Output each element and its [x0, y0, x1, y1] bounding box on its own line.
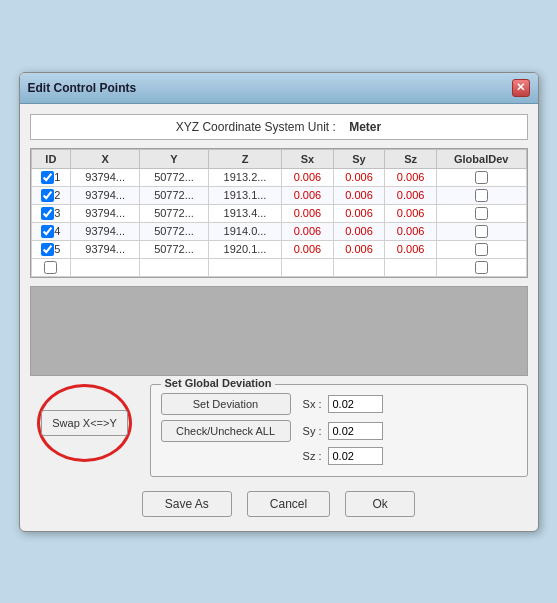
row-5-checkbox[interactable]	[41, 243, 54, 256]
table-cell: 0.006	[333, 168, 385, 186]
swap-button-container: Swap X<=>Y	[30, 384, 140, 462]
coord-value: Meter	[349, 120, 381, 134]
table-cell: 93794...	[71, 204, 140, 222]
main-window: Edit Control Points ✕ XYZ Coordinate Sys…	[19, 72, 539, 532]
table-cell: 0.006	[385, 240, 437, 258]
set-deviation-row: Set Deviation Sx :	[161, 393, 517, 415]
table-cell: 50772...	[140, 186, 209, 204]
row-3-id: 3	[54, 207, 60, 219]
col-header-id: ID	[31, 149, 71, 168]
row-4-checkbox[interactable]	[41, 225, 54, 238]
window-title: Edit Control Points	[28, 81, 137, 95]
table-cell: 93794...	[71, 186, 140, 204]
sz-input[interactable]	[328, 447, 383, 465]
table-cell: 0.006	[333, 204, 385, 222]
table-cell: 50772...	[140, 240, 209, 258]
sx-input[interactable]	[328, 395, 383, 413]
swap-button[interactable]: Swap X<=>Y	[41, 410, 128, 436]
row-empty-x	[71, 258, 140, 276]
content-area: XYZ Coordinate System Unit : Meter ID X …	[20, 104, 538, 531]
table-cell: 1920.1...	[208, 240, 281, 258]
row-5-globaldev-checkbox[interactable]	[475, 243, 488, 256]
table-cell: 0.006	[282, 222, 334, 240]
table-cell: 0.006	[385, 222, 437, 240]
table-cell: 0.006	[282, 240, 334, 258]
col-header-sy: Sy	[333, 149, 385, 168]
table-cell: 0.006	[333, 222, 385, 240]
row-4-globaldev-checkbox[interactable]	[475, 225, 488, 238]
row-empty-checkbox[interactable]	[44, 261, 57, 274]
control-points-table-container: ID X Y Z Sx Sy Sz GlobalDev 193794...507…	[30, 148, 528, 278]
col-header-y: Y	[140, 149, 209, 168]
close-button[interactable]: ✕	[512, 79, 530, 97]
table-cell: 1913.2...	[208, 168, 281, 186]
col-header-x: X	[71, 149, 140, 168]
row-2-globaldev-checkbox[interactable]	[475, 189, 488, 202]
control-points-table: ID X Y Z Sx Sy Sz GlobalDev 193794...507…	[31, 149, 527, 277]
col-header-sz: Sz	[385, 149, 437, 168]
bottom-section: Swap X<=>Y Set Global Deviation Set Devi…	[30, 384, 528, 477]
table-row-empty	[31, 258, 526, 276]
gray-preview-area	[30, 286, 528, 376]
col-header-sx: Sx	[282, 149, 334, 168]
table-cell: 50772...	[140, 204, 209, 222]
table-cell: 0.006	[385, 168, 437, 186]
table-row: 493794...50772...1914.0...0.0060.0060.00…	[31, 222, 526, 240]
row-3-globaldev-checkbox[interactable]	[475, 207, 488, 220]
row-1-globaldev-checkbox[interactable]	[475, 171, 488, 184]
table-cell: 0.006	[333, 240, 385, 258]
sy-input[interactable]	[328, 422, 383, 440]
table-cell: 93794...	[71, 240, 140, 258]
coord-system-bar: XYZ Coordinate System Unit : Meter	[30, 114, 528, 140]
table-cell: 50772...	[140, 168, 209, 186]
row-empty-sy	[333, 258, 385, 276]
row-empty-z	[208, 258, 281, 276]
table-cell: 0.006	[282, 204, 334, 222]
coord-label: XYZ Coordinate System Unit :	[176, 120, 336, 134]
table-cell: 1914.0...	[208, 222, 281, 240]
table-cell: 1913.4...	[208, 204, 281, 222]
row-2-id: 2	[54, 189, 60, 201]
ok-button[interactable]: Ok	[345, 491, 415, 517]
deviation-legend: Set Global Deviation	[161, 377, 276, 389]
table-cell: 0.006	[385, 204, 437, 222]
table-row: 193794...50772...1913.2...0.0060.0060.00…	[31, 168, 526, 186]
row-4-id: 4	[54, 225, 60, 237]
cancel-button[interactable]: Cancel	[247, 491, 330, 517]
row-empty-y	[140, 258, 209, 276]
table-cell: 50772...	[140, 222, 209, 240]
set-deviation-button[interactable]: Set Deviation	[161, 393, 291, 415]
row-3-checkbox[interactable]	[41, 207, 54, 220]
table-cell: 1913.1...	[208, 186, 281, 204]
table-row: 593794...50772...1920.1...0.0060.0060.00…	[31, 240, 526, 258]
table-header-row: ID X Y Z Sx Sy Sz GlobalDev	[31, 149, 526, 168]
sz-label: Sz :	[297, 450, 322, 462]
deviation-group: Set Global Deviation Set Deviation Sx : …	[150, 384, 528, 477]
row-empty-sz	[385, 258, 437, 276]
save-as-button[interactable]: Save As	[142, 491, 232, 517]
footer-buttons: Save As Cancel Ok	[30, 487, 528, 521]
table-row: 293794...50772...1913.1...0.0060.0060.00…	[31, 186, 526, 204]
table-cell: 93794...	[71, 168, 140, 186]
table-cell: 0.006	[282, 186, 334, 204]
table-cell: 0.006	[282, 168, 334, 186]
table-row: 393794...50772...1913.4...0.0060.0060.00…	[31, 204, 526, 222]
sz-row: Sz :	[161, 447, 517, 465]
table-cell: 0.006	[333, 186, 385, 204]
row-5-id: 5	[54, 243, 60, 255]
check-uncheck-row: Check/Uncheck ALL Sy :	[161, 420, 517, 442]
col-header-globaldev: GlobalDev	[436, 149, 526, 168]
table-cell: 0.006	[385, 186, 437, 204]
table-cell: 93794...	[71, 222, 140, 240]
check-uncheck-button[interactable]: Check/Uncheck ALL	[161, 420, 291, 442]
titlebar: Edit Control Points ✕	[20, 73, 538, 104]
row-2-checkbox[interactable]	[41, 189, 54, 202]
row-empty-globaldev-checkbox[interactable]	[475, 261, 488, 274]
row-empty-sx	[282, 258, 334, 276]
swap-circle-highlight: Swap X<=>Y	[37, 384, 132, 462]
col-header-z: Z	[208, 149, 281, 168]
row-1-checkbox[interactable]	[41, 171, 54, 184]
sy-label: Sy :	[297, 425, 322, 437]
sx-label: Sx :	[297, 398, 322, 410]
row-1-id: 1	[54, 171, 60, 183]
